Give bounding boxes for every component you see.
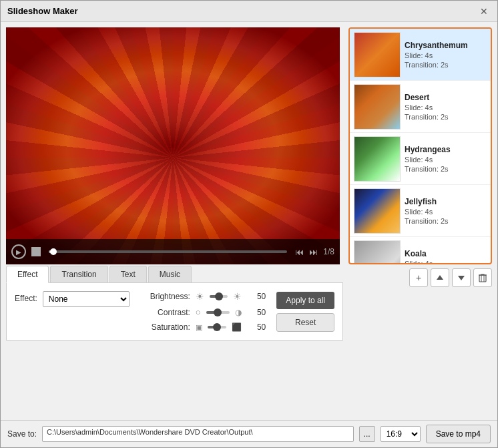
right-panel: Chrysanthemum Slide: 4s Transition: 2s D… bbox=[348, 27, 492, 415]
contrast-row: Contrast: ○ ◑ 50 bbox=[140, 307, 266, 317]
tab-row: Effect Transition Text Music bbox=[6, 266, 343, 283]
brightness-value: 50 bbox=[247, 292, 266, 301]
slide-name-0: Chrysanthemum bbox=[405, 41, 487, 50]
petal-overlay bbox=[6, 27, 340, 264]
slide-counter: 1/8 bbox=[323, 247, 334, 256]
slide-duration-3: Slide: 4s bbox=[405, 208, 487, 216]
window-title: Slideshow Maker bbox=[7, 6, 77, 16]
save-to-label: Save to: bbox=[7, 429, 37, 439]
stop-button[interactable] bbox=[31, 247, 41, 256]
slide-name-1: Desert bbox=[405, 93, 487, 102]
slide-info-1: Desert Slide: 4s Transition: 2s bbox=[405, 93, 487, 121]
save-to-mp4-button[interactable]: Save to mp4 bbox=[426, 425, 491, 443]
saturation-high-icon: ⬛ bbox=[232, 322, 242, 332]
main-area: ▶ ⏮ ⏭ 1/8 Effect Transition Text bbox=[1, 22, 497, 420]
saturation-label: Saturation: bbox=[140, 322, 190, 332]
effect-buttons: Apply to all Reset bbox=[276, 291, 334, 332]
title-bar: Slideshow Maker ✕ bbox=[1, 1, 497, 22]
slide-transition-3: Transition: 2s bbox=[405, 217, 487, 225]
bottom-bar: Save to: C:\Users\admin\Documents\Wonder… bbox=[1, 420, 497, 447]
progress-track[interactable] bbox=[49, 250, 287, 253]
add-slide-button[interactable]: + bbox=[409, 268, 428, 287]
thumb-chrysanthemum bbox=[354, 32, 401, 77]
slide-item-jellyfish[interactable]: Jellyfish Slide: 4s Transition: 2s bbox=[350, 185, 491, 237]
slide-name-2: Hydrangeas bbox=[405, 145, 487, 154]
contrast-slider[interactable] bbox=[206, 311, 230, 314]
contrast-thumb bbox=[214, 308, 222, 316]
rewind-button[interactable]: ⏮ bbox=[295, 247, 304, 257]
tab-content-effect: Effect: None Brightness: ☀ bbox=[6, 283, 343, 341]
slide-transition-1: Transition: 2s bbox=[405, 113, 487, 121]
brightness-high-icon: ☀ bbox=[233, 291, 242, 302]
slide-item-koala[interactable]: Koala Slide: 4s Transition: 2s bbox=[350, 237, 491, 263]
contrast-label: Contrast: bbox=[140, 308, 190, 317]
slide-info-2: Hydrangeas Slide: 4s Transition: 2s bbox=[405, 145, 487, 173]
thumb-koala bbox=[354, 240, 401, 264]
browse-button[interactable]: ... bbox=[359, 426, 375, 442]
slide-item-hydrangeas[interactable]: Hydrangeas Slide: 4s Transition: 2s bbox=[350, 133, 491, 185]
move-up-button[interactable] bbox=[431, 268, 449, 287]
contrast-high-icon: ◑ bbox=[235, 308, 242, 317]
effect-left: Effect: None bbox=[15, 291, 130, 332]
slide-name-4: Koala bbox=[405, 249, 487, 258]
slide-item-desert[interactable]: Desert Slide: 4s Transition: 2s bbox=[350, 81, 491, 133]
brightness-label: Brightness: bbox=[140, 292, 190, 301]
brightness-thumb bbox=[215, 292, 223, 300]
thumb-desert bbox=[354, 84, 401, 130]
reset-button[interactable]: Reset bbox=[276, 313, 334, 332]
down-arrow-icon bbox=[457, 274, 465, 282]
brightness-row: Brightness: ☀ ☀ 50 bbox=[140, 291, 266, 302]
slide-info-0: Chrysanthemum Slide: 4s Transition: 2s bbox=[405, 41, 487, 69]
preview-image bbox=[6, 27, 340, 264]
thumb-hydrangeas bbox=[354, 136, 401, 182]
saturation-row: Saturation: ▣ ⬛ 50 bbox=[140, 322, 266, 332]
tabs-area: Effect Transition Text Music Effect: Non… bbox=[6, 266, 343, 341]
saturation-low-icon: ▣ bbox=[196, 323, 202, 332]
saturation-value: 50 bbox=[247, 322, 266, 332]
trash-icon bbox=[479, 273, 487, 282]
left-panel: ▶ ⏮ ⏭ 1/8 Effect Transition Text bbox=[6, 27, 343, 415]
tab-transition[interactable]: Transition bbox=[50, 266, 107, 282]
slide-list-container: Chrysanthemum Slide: 4s Transition: 2s D… bbox=[348, 27, 492, 264]
slide-duration-4: Slide: 4s bbox=[405, 260, 487, 264]
playback-bar: ▶ ⏮ ⏭ 1/8 bbox=[6, 239, 340, 264]
main-window: Slideshow Maker ✕ ▶ ⏮ ⏭ 1/8 bbox=[0, 0, 498, 448]
move-down-button[interactable] bbox=[452, 268, 471, 287]
slide-item-chrysanthemum[interactable]: Chrysanthemum Slide: 4s Transition: 2s bbox=[350, 29, 491, 81]
saturation-thumb bbox=[213, 323, 221, 331]
slide-duration-2: Slide: 4s bbox=[405, 156, 487, 164]
close-button[interactable]: ✕ bbox=[477, 5, 491, 18]
up-arrow-icon bbox=[436, 274, 444, 282]
apply-to-all-button[interactable]: Apply to all bbox=[276, 292, 334, 309]
sliders-area: Brightness: ☀ ☀ 50 Contrast: bbox=[140, 291, 266, 332]
slide-duration-1: Slide: 4s bbox=[405, 103, 487, 111]
saturation-slider[interactable] bbox=[208, 326, 227, 328]
slide-transition-2: Transition: 2s bbox=[405, 165, 487, 173]
effect-label: Effect: bbox=[15, 291, 37, 303]
tab-text[interactable]: Text bbox=[109, 266, 147, 282]
video-preview: ▶ ⏮ ⏭ 1/8 bbox=[6, 27, 340, 264]
aspect-ratio-select[interactable]: 16:9 4:3 1:1 bbox=[381, 426, 421, 442]
delete-slide-button[interactable] bbox=[473, 268, 492, 287]
tab-effect[interactable]: Effect bbox=[6, 266, 49, 283]
slide-list[interactable]: Chrysanthemum Slide: 4s Transition: 2s D… bbox=[350, 29, 491, 263]
brightness-low-icon: ☀ bbox=[196, 291, 204, 302]
slide-duration-0: Slide: 4s bbox=[405, 51, 487, 59]
save-path-display: C:\Users\admin\Documents\Wondershare DVD… bbox=[42, 426, 354, 442]
contrast-low-icon: ○ bbox=[196, 307, 201, 317]
brightness-slider[interactable] bbox=[210, 295, 228, 298]
play-button[interactable]: ▶ bbox=[11, 244, 26, 259]
slide-transition-0: Transition: 2s bbox=[405, 61, 487, 69]
thumb-jellyfish bbox=[354, 188, 401, 234]
progress-thumb bbox=[50, 248, 57, 255]
list-actions: + bbox=[348, 267, 492, 288]
slide-info-3: Jellyfish Slide: 4s Transition: 2s bbox=[405, 197, 487, 225]
forward-button[interactable]: ⏭ bbox=[309, 247, 318, 257]
slide-name-3: Jellyfish bbox=[405, 197, 487, 206]
tab-music[interactable]: Music bbox=[148, 266, 192, 282]
contrast-value: 50 bbox=[247, 308, 266, 317]
effect-select[interactable]: None bbox=[43, 291, 130, 307]
svg-rect-0 bbox=[479, 275, 486, 282]
slide-info-4: Koala Slide: 4s Transition: 2s bbox=[405, 249, 487, 264]
